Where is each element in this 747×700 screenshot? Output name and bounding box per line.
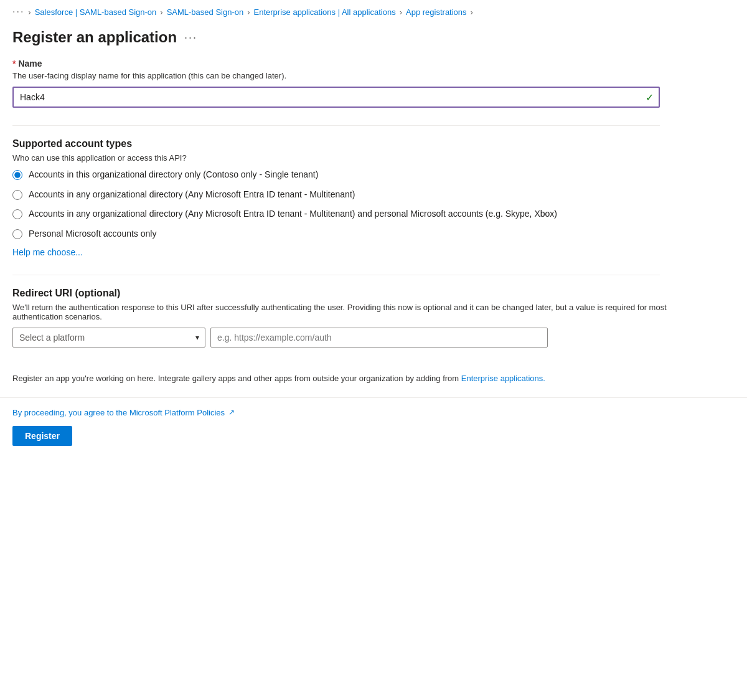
help-me-choose-link[interactable]: Help me choose... [12, 247, 83, 257]
name-input[interactable] [12, 87, 660, 108]
name-valid-checkmark: ✓ [646, 92, 654, 103]
breadcrumb-ellipsis[interactable]: ··· [12, 6, 24, 17]
radio-label-0: Accounts in this organizational director… [29, 169, 318, 181]
account-types-section: Supported account types Who can use this… [12, 138, 672, 257]
required-star: * [12, 59, 16, 69]
name-label: * Name [12, 59, 672, 69]
divider-1 [12, 125, 660, 126]
breadcrumb-sep-2: › [247, 7, 250, 17]
page-header: Register an application ··· [0, 24, 747, 59]
register-button[interactable]: Register [12, 426, 72, 446]
breadcrumb-item-0[interactable]: Salesforce | SAML-based Sign-on [35, 7, 157, 17]
external-link-icon: ↗ [228, 408, 235, 417]
radio-input-3[interactable] [12, 229, 22, 239]
account-types-radio-group: Accounts in this organizational director… [12, 169, 672, 240]
redirect-uri-section: Redirect URI (optional) We'll return the… [12, 288, 672, 348]
breadcrumb-item-3[interactable]: App registrations [406, 7, 467, 17]
redirect-uri-description: We'll return the authentication response… [12, 303, 672, 321]
header-more-menu[interactable]: ··· [184, 31, 197, 44]
redirect-uri-input[interactable] [210, 328, 548, 348]
redirect-uri-row: Select a platform Web Single-page applic… [12, 328, 548, 348]
enterprise-applications-link[interactable]: Enterprise applications. [461, 374, 545, 383]
radio-item-0[interactable]: Accounts in this organizational director… [12, 169, 672, 181]
policy-link[interactable]: By proceeding, you agree to the Microsof… [12, 408, 735, 417]
account-types-title: Supported account types [12, 138, 672, 149]
radio-label-2: Accounts in any organizational directory… [29, 208, 557, 220]
breadcrumb-sep-3: › [400, 7, 402, 17]
breadcrumb-sep-0: › [28, 7, 31, 17]
breadcrumb: ··· › Salesforce | SAML-based Sign-on › … [0, 0, 747, 24]
name-description: The user-facing display name for this ap… [12, 71, 672, 80]
breadcrumb-item-2[interactable]: Enterprise applications | All applicatio… [254, 7, 396, 17]
page-title: Register an application [12, 29, 177, 46]
main-content: * Name The user-facing display name for … [0, 59, 685, 385]
radio-item-2[interactable]: Accounts in any organizational directory… [12, 208, 672, 220]
breadcrumb-sep-1: › [160, 7, 162, 17]
footer-note: Register an app you're working on here. … [12, 372, 660, 385]
bottom-bar: By proceeding, you agree to the Microsof… [0, 397, 747, 456]
policy-text: By proceeding, you agree to the Microsof… [12, 408, 225, 417]
radio-input-1[interactable] [12, 190, 22, 200]
breadcrumb-item-1[interactable]: SAML-based Sign-on [167, 7, 244, 17]
name-input-wrapper: ✓ [12, 87, 660, 108]
divider-2 [12, 275, 660, 275]
name-section: * Name The user-facing display name for … [12, 59, 672, 108]
radio-input-2[interactable] [12, 209, 22, 219]
name-label-text: Name [18, 59, 42, 69]
radio-label-1: Accounts in any organizational directory… [29, 189, 355, 201]
radio-label-3: Personal Microsoft accounts only [29, 228, 156, 240]
platform-select-wrapper: Select a platform Web Single-page applic… [12, 328, 205, 348]
platform-select[interactable]: Select a platform Web Single-page applic… [12, 328, 205, 348]
footer-note-text: Register an app you're working on here. … [12, 374, 461, 383]
redirect-uri-title: Redirect URI (optional) [12, 288, 672, 299]
breadcrumb-sep-4: › [471, 7, 473, 17]
radio-input-0[interactable] [12, 170, 22, 180]
radio-item-3[interactable]: Personal Microsoft accounts only [12, 228, 672, 240]
radio-item-1[interactable]: Accounts in any organizational directory… [12, 189, 672, 201]
account-types-description: Who can use this application or access t… [12, 153, 672, 163]
